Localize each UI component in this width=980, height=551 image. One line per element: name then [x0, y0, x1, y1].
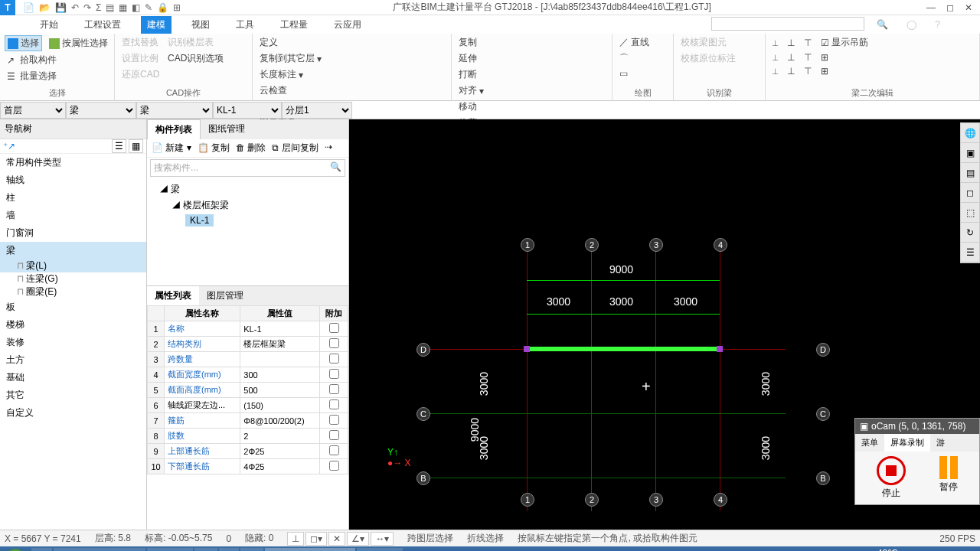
define-button[interactable]: 定义 — [257, 35, 446, 50]
nav-beam-l[interactable]: ⊓ 梁(L) — [0, 259, 146, 272]
search-icon[interactable]: 🔍 — [871, 17, 894, 32]
tab-tools[interactable]: 工具 — [230, 16, 260, 34]
move-button[interactable]: 移动 — [456, 99, 607, 114]
floor-select[interactable]: 首层 — [0, 102, 66, 119]
system-tray[interactable]: 42℃CPU温度 ▲ 22:30 周日 — [871, 548, 980, 552]
task-app2[interactable]: ♾ — [219, 548, 239, 551]
edit2-r3-1[interactable]: ⟂ — [770, 65, 780, 77]
select-by-prop-button[interactable]: 按属性选择 — [47, 35, 110, 51]
nav-other[interactable]: 其它 — [0, 386, 146, 404]
rec-floor-table-button[interactable]: 识别楼层表 — [165, 35, 216, 50]
layer-select[interactable]: 分层1 — [282, 102, 352, 119]
edit2-r3-3[interactable]: ⊤ — [802, 65, 814, 77]
rt-list-icon[interactable]: ☰ — [961, 243, 979, 262]
prop-row[interactable]: 8肢数2 — [148, 429, 348, 444]
nav-beam-e[interactable]: ⊓ 圈梁(E) — [0, 285, 146, 298]
nav-grid-icon[interactable]: ▦ — [129, 139, 143, 153]
nav-beam[interactable]: 梁 — [0, 242, 146, 259]
check-beam-button[interactable]: 校核梁图元 — [678, 35, 760, 50]
nav-beam-g[interactable]: ⊓ 连梁(G) — [0, 272, 146, 285]
batch-select-button[interactable]: ☰批量选择 — [5, 69, 109, 83]
close-button[interactable]: ✕ — [965, 2, 972, 13]
quick-access-toolbar[interactable]: 📄 📂 💾 ↶ ↷ Σ ▤ ▦ ◧ ✎ 🔒 ⊞ — [18, 2, 185, 13]
right-tool-palette[interactable]: 🌐 ▣ ▤ ◻ ⬚ ↻ ☰ — [960, 122, 980, 263]
ocam-pause-button[interactable] — [939, 456, 958, 479]
user-icon[interactable]: ◯ — [900, 17, 923, 32]
length-dim-button[interactable]: 长度标注 ▾ — [257, 67, 446, 82]
tab-component-list[interactable]: 构件列表 — [147, 119, 201, 139]
tab-view[interactable]: 视图 — [185, 16, 216, 34]
align-button[interactable]: 对齐 ▾ — [456, 83, 607, 98]
rt-3d-icon[interactable]: ▣ — [961, 143, 979, 163]
rect-button[interactable]: ▭ — [617, 67, 668, 80]
type-select[interactable]: 梁 — [136, 102, 213, 119]
nav-column[interactable]: 柱 — [0, 189, 146, 207]
select-button[interactable]: 选择 — [5, 35, 42, 51]
qat-save-icon[interactable]: 💾 — [55, 2, 67, 13]
qat-new-icon[interactable]: 📄 — [23, 2, 34, 13]
prop-row[interactable]: 5截面高度(mm)500 — [148, 383, 348, 398]
rt-box-icon[interactable]: ◻ — [961, 183, 979, 203]
task-search[interactable]: 搜索一下 — [147, 548, 193, 551]
nav-list-icon[interactable]: ☰ — [112, 139, 126, 153]
edit2-r2-4[interactable]: ⊞ — [818, 51, 831, 64]
floor-copy-button[interactable]: ⧉ 层间复制 — [272, 142, 318, 155]
tab-layers[interactable]: 图层管理 — [199, 286, 251, 305]
tab-start[interactable]: 开始 — [34, 16, 64, 34]
qat-mode-icon[interactable]: ◧ — [132, 2, 140, 13]
nav-wall[interactable]: 墙 — [0, 207, 146, 224]
break-button[interactable]: 打断 — [456, 67, 607, 82]
rt-cube-icon[interactable]: ⬚ — [961, 203, 979, 223]
edit2-icon1[interactable]: ⟂ — [770, 35, 780, 50]
ocam-window[interactable]: ▣oCam (5, 0, 1361, 758) 菜单 屏幕录制 游 停止 暂停 — [854, 418, 980, 505]
task-gtj[interactable]: T 广联达BIM土建... — [265, 548, 355, 551]
edit2-icon2[interactable]: ⊥ — [785, 35, 797, 50]
ocam-tab-game[interactable]: 游 — [930, 434, 951, 452]
show-hanger-button[interactable]: ☑ 显示吊筋 — [818, 35, 871, 50]
cad-options-button[interactable]: CAD识别选项 — [165, 51, 226, 66]
qat-open-icon[interactable]: 📂 — [39, 2, 51, 13]
qat-grid-icon[interactable]: ⊞ — [173, 2, 181, 13]
qat-pen-icon[interactable]: ✎ — [145, 2, 152, 13]
beam-kl1[interactable] — [527, 347, 720, 351]
help-search-input[interactable] — [711, 17, 864, 31]
qat-sum-icon[interactable]: Σ — [96, 2, 101, 13]
prop-row[interactable]: 3跨数量 — [148, 352, 348, 367]
copy-button[interactable]: 复制 — [456, 35, 607, 50]
new-button[interactable]: 📄 新建 ▾ — [152, 142, 191, 155]
ocam-stop-button[interactable] — [877, 456, 906, 485]
component-search[interactable]: 搜索构件...🔍 — [150, 159, 345, 177]
edit2-r3-4[interactable]: ⊞ — [818, 65, 831, 77]
delete-comp-button[interactable]: 🗑 删除 — [236, 142, 266, 155]
tab-cloud[interactable]: 云应用 — [328, 16, 368, 34]
status-tools[interactable]: ⊥◻▾✕ ∠▾↔▾ — [287, 532, 394, 546]
task-ie[interactable]: e 失联大学生搜救... — [54, 548, 145, 551]
tab-quantity[interactable]: 工程量 — [274, 16, 314, 34]
maximize-button[interactable]: ◻ — [946, 2, 954, 13]
copy-comp-button[interactable]: 📋 复制 — [198, 142, 230, 155]
nav-custom[interactable]: 自定义 — [0, 404, 146, 422]
task-ocam[interactable]: ▣ ocam — [357, 548, 402, 551]
arc-button[interactable]: ⌒ — [617, 51, 668, 66]
find-replace-button[interactable]: 查找替换 — [119, 35, 161, 50]
tab-modeling[interactable]: 建模 — [141, 16, 172, 34]
nav-opening[interactable]: 门窗洞 — [0, 224, 146, 242]
taskbar[interactable]: 🗂 e 失联大学生搜救... 搜索一下 🔥 ♾ 🟧 T 广联达BIM土建... … — [0, 546, 980, 551]
qat-chart-icon[interactable]: ▤ — [106, 2, 114, 13]
extend-button[interactable]: 延伸 — [456, 51, 607, 66]
prop-row[interactable]: 6轴线距梁左边...(150) — [148, 398, 348, 413]
rt-zoom-icon[interactable]: ↻ — [961, 223, 979, 243]
set-scale-button[interactable]: 设置比例 — [119, 51, 161, 66]
qat-report-icon[interactable]: ▦ — [119, 2, 127, 13]
prop-row[interactable]: 4截面宽度(mm)300 — [148, 367, 348, 383]
edit2-r2-2[interactable]: ⊥ — [785, 51, 797, 64]
nav-slab[interactable]: 板 — [0, 298, 146, 316]
status-fold[interactable]: 折线选择 — [467, 532, 504, 545]
nav-foundation[interactable]: 基础 — [0, 369, 146, 386]
ctree-l3[interactable]: KL-1 — [153, 214, 342, 227]
nav-finish[interactable]: 装修 — [0, 334, 146, 351]
help-icon[interactable]: ? — [929, 17, 946, 32]
qat-undo-icon[interactable]: ↶ — [71, 2, 79, 13]
ocam-tab-menu[interactable]: 菜单 — [855, 434, 884, 452]
rt-layers-icon[interactable]: ▤ — [961, 163, 979, 183]
